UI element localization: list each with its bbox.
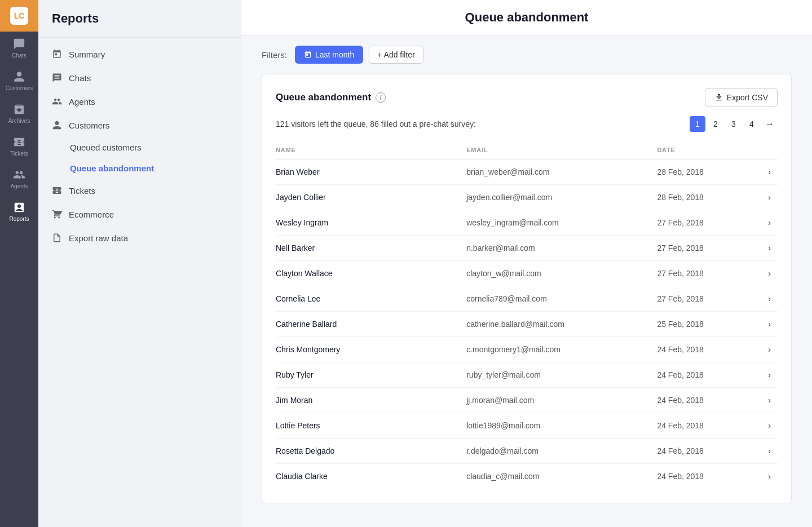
add-filter-button[interactable]: + Add filter — [369, 46, 423, 64]
cell-date: 28 Feb, 2018 — [657, 185, 757, 210]
cell-date: 28 Feb, 2018 — [657, 160, 757, 185]
filter-bar: Filters: Last month + Add filter — [241, 36, 812, 74]
table-row[interactable]: Jayden Collier jayden.collier@mail.com 2… — [276, 185, 778, 210]
cell-email: catherine.ballard@mail.com — [466, 312, 657, 337]
export-csv-button[interactable]: Export CSV — [705, 88, 778, 107]
logo-button[interactable]: LC — [0, 0, 38, 32]
cell-name: Rosetta Delgado — [276, 439, 466, 464]
cell-name: Brian Weber — [276, 160, 466, 185]
icon-nav-agents[interactable]: Agents — [0, 162, 38, 195]
cell-name: Catherine Ballard — [276, 312, 466, 337]
icon-nav-chats[interactable]: Chats — [0, 32, 38, 64]
icon-nav-customers[interactable]: Customers — [0, 64, 38, 97]
cell-email: claudia_c@mail.com — [466, 464, 657, 489]
cell-email: wesley_ingram@mail.com — [466, 210, 657, 236]
cell-email: brian_weber@mail.com — [466, 160, 657, 185]
filter-label: Filters: — [262, 50, 287, 60]
queue-abandonment-card: Queue abandonment i Export CSV 121 visit… — [262, 74, 792, 503]
icon-nav-tickets-label: Tickets — [10, 150, 28, 157]
row-arrow-icon: › — [757, 388, 778, 413]
row-arrow-icon: › — [757, 464, 778, 489]
cell-email: r.delgado@mail.com — [466, 439, 657, 464]
cell-date: 27 Feb, 2018 — [657, 236, 757, 261]
cell-email: clayton_w@mail.com — [466, 261, 657, 286]
row-arrow-icon: › — [757, 185, 778, 210]
table-row[interactable]: Chris Montgomery c.montgomery1@mail.com … — [276, 337, 778, 362]
col-header-date: DATE — [657, 141, 757, 160]
nav-item-summary[interactable]: Summary — [38, 42, 241, 66]
nav-summary-label: Summary — [69, 50, 105, 59]
icon-nav-tickets[interactable]: Tickets — [0, 130, 38, 162]
left-nav-header: Reports — [38, 0, 241, 38]
cell-date: 24 Feb, 2018 — [657, 388, 757, 413]
table-row[interactable]: Catherine Ballard catherine.ballard@mail… — [276, 312, 778, 337]
table-row[interactable]: Ruby Tyler ruby_tyler@mail.com 24 Feb, 2… — [276, 362, 778, 388]
info-icon[interactable]: i — [376, 92, 386, 103]
icon-nav-chats-label: Chats — [12, 52, 27, 59]
row-arrow-icon: › — [757, 362, 778, 388]
cell-name: Wesley Ingram — [276, 210, 466, 236]
icon-nav-archives[interactable]: Archives — [0, 97, 38, 130]
cell-email: jayden.collier@mail.com — [466, 185, 657, 210]
row-arrow-icon: › — [757, 439, 778, 464]
main-header: Queue abandonment — [241, 0, 812, 36]
row-arrow-icon: › — [757, 286, 778, 312]
col-header-arrow — [757, 141, 778, 160]
table-row[interactable]: Clayton Wallace clayton_w@mail.com 27 Fe… — [276, 261, 778, 286]
cell-name: Claudia Clarke — [276, 464, 466, 489]
table-body: Brian Weber brian_weber@mail.com 28 Feb,… — [276, 160, 778, 489]
page-3-button[interactable]: 3 — [726, 116, 742, 132]
icon-nav-customers-label: Customers — [6, 85, 33, 91]
table-row[interactable]: Cornelia Lee cornelia789@mail.com 27 Feb… — [276, 286, 778, 312]
table-row[interactable]: Claudia Clarke claudia_c@mail.com 24 Feb… — [276, 464, 778, 489]
icon-sidebar: LC Chats Customers Archives Tickets Agen… — [0, 0, 38, 527]
page-1-button[interactable]: 1 — [690, 116, 705, 132]
table-row[interactable]: Nell Barker n.barker@mail.com 27 Feb, 20… — [276, 236, 778, 261]
export-csv-label: Export CSV — [727, 93, 768, 102]
row-arrow-icon: › — [757, 337, 778, 362]
page-title: Queue abandonment — [262, 10, 792, 25]
cell-name: Lottie Peters — [276, 413, 466, 439]
cell-name: Ruby Tyler — [276, 362, 466, 388]
cell-date: 24 Feb, 2018 — [657, 439, 757, 464]
cell-date: 24 Feb, 2018 — [657, 464, 757, 489]
cell-date: 27 Feb, 2018 — [657, 210, 757, 236]
table-row[interactable]: Wesley Ingram wesley_ingram@mail.com 27 … — [276, 210, 778, 236]
filter-last-month-button[interactable]: Last month — [295, 46, 363, 64]
cell-date: 24 Feb, 2018 — [657, 362, 757, 388]
queue-abandonment-table: NAME EMAIL DATE Brian Weber brian_weber@… — [276, 141, 778, 489]
card-header: Queue abandonment i Export CSV — [276, 88, 778, 107]
table-row[interactable]: Brian Weber brian_weber@mail.com 28 Feb,… — [276, 160, 778, 185]
pagination-next-button[interactable]: → — [762, 116, 778, 132]
nav-export-raw-label: Export raw data — [69, 233, 128, 243]
nav-item-ecommerce[interactable]: Ecommerce — [38, 202, 241, 226]
summary-line: 121 visitors left the queue, 86 filled o… — [276, 116, 778, 132]
nav-item-chats[interactable]: Chats — [38, 66, 241, 90]
nav-sub-queue-abandonment[interactable]: Queue abandonment — [38, 158, 241, 179]
col-header-name: NAME — [276, 141, 466, 160]
page-4-button[interactable]: 4 — [744, 116, 760, 132]
cell-email: cornelia789@mail.com — [466, 286, 657, 312]
row-arrow-icon: › — [757, 261, 778, 286]
table-row[interactable]: Jim Moran jj.moran@mail.com 24 Feb, 2018… — [276, 388, 778, 413]
table-row[interactable]: Lottie Peters lottie1989@mail.com 24 Feb… — [276, 413, 778, 439]
main-content: Queue abandonment Filters: Last month + … — [241, 0, 812, 527]
table-row[interactable]: Rosetta Delgado r.delgado@mail.com 24 Fe… — [276, 439, 778, 464]
row-arrow-icon: › — [757, 236, 778, 261]
cell-name: Jim Moran — [276, 388, 466, 413]
cell-name: Nell Barker — [276, 236, 466, 261]
nav-sub-queued-customers[interactable]: Queued customers — [38, 137, 241, 158]
col-header-email: EMAIL — [466, 141, 657, 160]
cell-email: lottie1989@mail.com — [466, 413, 657, 439]
icon-nav-reports[interactable]: Reports — [0, 195, 38, 228]
nav-item-agents[interactable]: Agents — [38, 90, 241, 113]
cell-name: Chris Montgomery — [276, 337, 466, 362]
cell-date: 25 Feb, 2018 — [657, 312, 757, 337]
cell-date: 27 Feb, 2018 — [657, 286, 757, 312]
cell-date: 24 Feb, 2018 — [657, 337, 757, 362]
cell-date: 24 Feb, 2018 — [657, 413, 757, 439]
page-2-button[interactable]: 2 — [708, 116, 723, 132]
nav-item-export-raw[interactable]: Export raw data — [38, 226, 241, 250]
nav-item-tickets[interactable]: Tickets — [38, 179, 241, 202]
nav-item-customers[interactable]: Customers — [38, 113, 241, 137]
